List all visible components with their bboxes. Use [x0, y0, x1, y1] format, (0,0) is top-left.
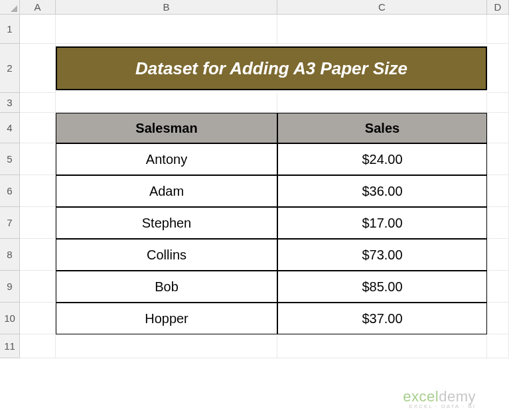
select-all-corner[interactable] [0, 0, 20, 15]
table-row[interactable]: $85.00 [277, 271, 487, 303]
cell[interactable] [20, 15, 56, 44]
cell[interactable] [487, 271, 509, 303]
cell[interactable] [487, 143, 509, 175]
cell[interactable] [20, 303, 56, 334]
col-header-a[interactable]: A [20, 0, 56, 15]
row-header-9[interactable]: 9 [0, 271, 20, 303]
cell[interactable] [20, 239, 56, 271]
table-header-salesman[interactable]: Salesman [56, 113, 277, 143]
cell[interactable] [20, 175, 56, 207]
cell[interactable] [20, 143, 56, 175]
row-header-3[interactable]: 3 [0, 93, 20, 113]
cell[interactable] [487, 15, 509, 44]
cell[interactable] [20, 44, 56, 93]
cell[interactable] [487, 334, 509, 358]
col-header-c[interactable]: C [277, 0, 487, 15]
watermark-brand-suffix: demy [439, 388, 476, 405]
cell[interactable] [277, 15, 487, 44]
row-header-1[interactable]: 1 [0, 15, 20, 44]
table-row[interactable]: Stephen [56, 207, 277, 239]
row-header-10[interactable]: 10 [0, 303, 20, 334]
table-row[interactable]: Adam [56, 175, 277, 207]
cell[interactable] [487, 93, 509, 113]
table-row[interactable]: Antony [56, 143, 277, 175]
watermark-tagline: EXCEL · DATA · BI [403, 404, 476, 409]
cell[interactable] [20, 207, 56, 239]
cell[interactable] [487, 239, 509, 271]
row-header-7[interactable]: 7 [0, 207, 20, 239]
row-header-2[interactable]: 2 [0, 44, 20, 93]
table-header-sales[interactable]: Sales [277, 113, 487, 143]
row-header-8[interactable]: 8 [0, 239, 20, 271]
spreadsheet-grid: A B C D 1 2 Dataset for Adding A3 Paper … [0, 0, 509, 358]
cell[interactable] [277, 334, 487, 358]
cell[interactable] [20, 271, 56, 303]
table-row[interactable]: $24.00 [277, 143, 487, 175]
cell[interactable] [487, 303, 509, 334]
cell[interactable] [20, 93, 56, 113]
col-header-b[interactable]: B [56, 0, 277, 15]
watermark: exceldemy EXCEL · DATA · BI [403, 389, 476, 409]
cell[interactable] [487, 175, 509, 207]
table-row[interactable]: $37.00 [277, 303, 487, 334]
table-row[interactable]: $73.00 [277, 239, 487, 271]
table-row[interactable]: Bob [56, 271, 277, 303]
col-header-d[interactable]: D [487, 0, 509, 15]
cell[interactable] [487, 207, 509, 239]
row-header-6[interactable]: 6 [0, 175, 20, 207]
table-row[interactable]: Hopper [56, 303, 277, 334]
row-header-4[interactable]: 4 [0, 113, 20, 143]
watermark-brand-prefix: excel [403, 388, 439, 405]
cell[interactable] [487, 44, 509, 93]
row-header-11[interactable]: 11 [0, 334, 20, 358]
cell[interactable] [20, 334, 56, 358]
cell[interactable] [56, 334, 277, 358]
cell[interactable] [277, 93, 487, 113]
cell[interactable] [20, 113, 56, 143]
row-header-5[interactable]: 5 [0, 143, 20, 175]
dataset-title[interactable]: Dataset for Adding A3 Paper Size [56, 46, 487, 90]
table-row[interactable]: $17.00 [277, 207, 487, 239]
table-row[interactable]: Collins [56, 239, 277, 271]
cell[interactable] [56, 93, 277, 113]
table-row[interactable]: $36.00 [277, 175, 487, 207]
cell[interactable] [487, 113, 509, 143]
cell[interactable] [56, 15, 277, 44]
